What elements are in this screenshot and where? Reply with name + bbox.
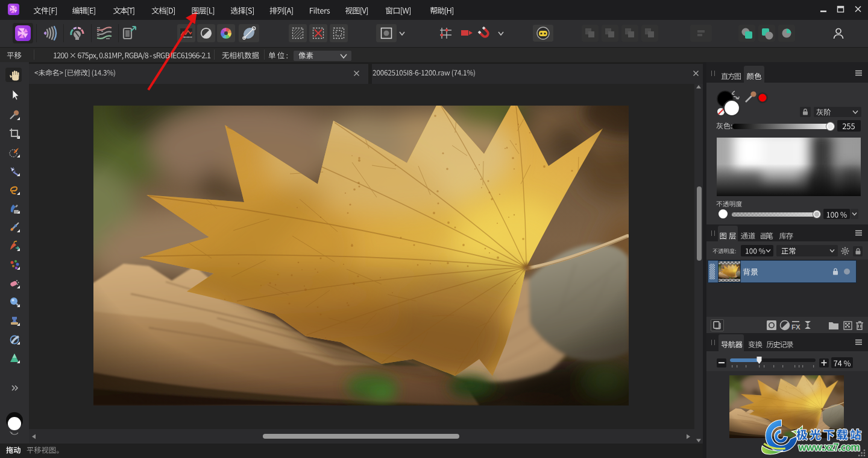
svg-text:FX: FX <box>791 323 800 331</box>
